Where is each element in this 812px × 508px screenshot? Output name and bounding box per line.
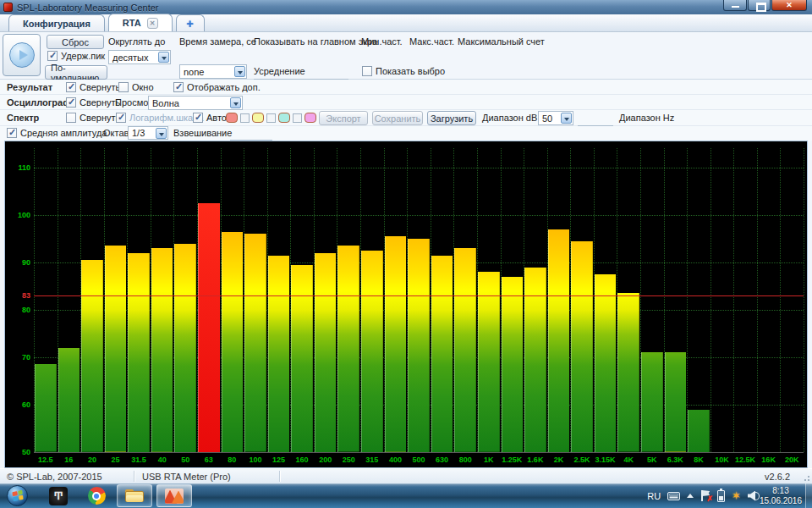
- taskbar-item-wot[interactable]: Ͳ: [47, 485, 69, 506]
- color-swatch-checkbox[interactable]: [240, 113, 250, 123]
- color-swatch-checkbox[interactable]: [293, 113, 302, 123]
- spectrum-plot: 50607080901001108312.516202531.540506380…: [34, 143, 804, 452]
- oscilloscope-row: Осциллограф Свернуть Просмотр Волна: [0, 95, 812, 110]
- defaults-button[interactable]: По-умолчанию: [45, 65, 107, 80]
- action-center-flag-icon[interactable]: ✗: [700, 490, 710, 501]
- x-axis-label: 50: [181, 456, 189, 464]
- volume-icon[interactable]: [748, 491, 760, 501]
- network-status-icon[interactable]: ✶: [732, 490, 741, 501]
- x-axis-label: 315: [365, 456, 378, 464]
- spectrum-bar: [361, 251, 383, 452]
- tab-rta[interactable]: RTA ✕: [108, 14, 173, 31]
- battery-icon[interactable]: [717, 490, 725, 502]
- y-axis-label: 50: [7, 448, 30, 456]
- spectrum-bar: [431, 256, 453, 452]
- hold-peak-checkbox[interactable]: Удерж.пик: [47, 51, 105, 61]
- rounding-select[interactable]: десятых: [108, 50, 171, 64]
- spectrum-bar: [665, 352, 687, 452]
- auto-checkbox[interactable]: Авто: [193, 113, 227, 123]
- title-bar: SPL-Laboratory Measuring Center: [0, 0, 812, 14]
- grid-line-vertical: [804, 148, 804, 452]
- result-row: Результат Свернуть Окно Отображать доп.: [0, 80, 812, 95]
- x-axis-label: 400: [389, 456, 402, 464]
- taskbar-item-spl-lab[interactable]: [156, 484, 192, 507]
- spectrum-bar-peak: [198, 203, 220, 452]
- max-freq-label: Макс.част.: [409, 36, 454, 47]
- color-swatch-checkbox[interactable]: [266, 113, 276, 123]
- range-db-label: Диапазон dB: [482, 113, 537, 123]
- tab-add[interactable]: +: [176, 14, 205, 31]
- range-hz-label: Диапазон Hz: [619, 113, 674, 123]
- taskbar-item-explorer[interactable]: [117, 484, 152, 507]
- color-swatch[interactable]: [278, 113, 290, 123]
- tab-configuration[interactable]: Конфигурация: [8, 14, 105, 31]
- x-axis-label: 25: [112, 456, 120, 464]
- result-show-extra-checkbox[interactable]: Отображать доп.: [173, 82, 261, 92]
- color-swatch[interactable]: [304, 113, 316, 123]
- osc-collapse-checkbox[interactable]: Свернуть: [66, 97, 120, 108]
- spectrum-bar: [337, 246, 359, 452]
- x-axis-label: 4K: [623, 456, 634, 464]
- clock-time: 8:13: [772, 486, 788, 496]
- color-swatch[interactable]: [226, 113, 238, 123]
- averaging-label: Усреднение: [254, 66, 305, 76]
- spectrum-bar: [244, 234, 266, 452]
- color-swatch[interactable]: [252, 113, 264, 123]
- grid-line-vertical: [687, 148, 688, 452]
- maximize-button[interactable]: [748, 0, 771, 11]
- taskbar-clock[interactable]: 8:13 15.06.2016: [760, 484, 802, 507]
- start-button[interactable]: [7, 485, 28, 506]
- reset-button[interactable]: Сброс: [47, 35, 104, 49]
- load-button[interactable]: Загрузить: [427, 111, 476, 125]
- chevron-down-icon: [156, 128, 167, 139]
- status-divider: [134, 471, 134, 482]
- log-scale-checkbox[interactable]: Логарифм.шкала: [116, 113, 204, 123]
- spectrum-chart: 50607080901001108312.516202531.540506380…: [4, 141, 808, 468]
- x-axis-label: 20K: [785, 456, 799, 464]
- keyboard-icon[interactable]: [667, 492, 680, 500]
- x-axis-label: 63: [205, 456, 213, 464]
- start-measurement-button[interactable]: [3, 34, 41, 76]
- spectrum-row: Спектр Свернуть Логарифм.шкала Авто Эксп…: [0, 110, 812, 126]
- range-db-min-select[interactable]: 50: [538, 111, 573, 125]
- spectrum-bar: [617, 293, 639, 452]
- oscilloscope-row-title: Осциллограф: [7, 97, 71, 108]
- taskbar: Ͳ RU ✗ ✶ 8:13 15.06.2016: [0, 483, 812, 508]
- osc-view-select[interactable]: Волна: [148, 96, 243, 110]
- status-copyright: © SPL-Lab, 2007-2015: [7, 472, 102, 482]
- spl-app-icon: [165, 489, 184, 504]
- avg-amplitude-checkbox[interactable]: Средняя амплитуда: [7, 128, 107, 138]
- taskbar-item-chrome[interactable]: [86, 485, 107, 506]
- show-desktop-button[interactable]: [805, 483, 812, 508]
- measure-time-select[interactable]: none: [179, 64, 247, 79]
- result-window-checkbox[interactable]: Окно: [118, 82, 154, 92]
- x-axis-label: 40: [158, 456, 167, 464]
- chrome-icon: [88, 487, 106, 505]
- export-button[interactable]: Экспорт: [319, 111, 368, 125]
- x-axis-label: 12.5K: [735, 456, 755, 464]
- show-hidden-icons-chevron[interactable]: [687, 494, 694, 498]
- spl-target-label: 83: [7, 291, 30, 300]
- x-axis-label: 200: [319, 456, 332, 464]
- spectrum-collapse-checkbox[interactable]: Свернуть: [66, 113, 120, 123]
- result-collapse-checkbox[interactable]: Свернуть: [66, 82, 120, 92]
- x-axis-label: 2.5K: [574, 456, 590, 464]
- max-count-label: Максимальный счет: [458, 36, 545, 47]
- save-button[interactable]: Сохранить: [372, 111, 423, 125]
- grid-line-horizontal: [34, 168, 804, 168]
- x-axis-label: 1.25K: [502, 456, 522, 464]
- chevron-down-icon: [230, 97, 241, 108]
- minimize-button[interactable]: [723, 0, 747, 11]
- x-axis-label: 6.3K: [667, 456, 683, 464]
- caption-buttons: [722, 0, 807, 11]
- clock-date: 15.06.2016: [760, 496, 802, 506]
- app-icon: [3, 3, 13, 12]
- plus-icon: +: [187, 19, 194, 29]
- toolbar: Сброс Удерж.пик По-умолчанию Округлять д…: [0, 32, 812, 80]
- octave-select[interactable]: 1/3: [128, 126, 168, 140]
- show-outliers-checkbox[interactable]: Показать выбро: [362, 66, 445, 76]
- tab-close-icon[interactable]: ✕: [147, 18, 158, 29]
- resize-grip-icon[interactable]: [802, 473, 809, 481]
- close-button[interactable]: [771, 0, 807, 11]
- language-indicator[interactable]: RU: [647, 491, 661, 501]
